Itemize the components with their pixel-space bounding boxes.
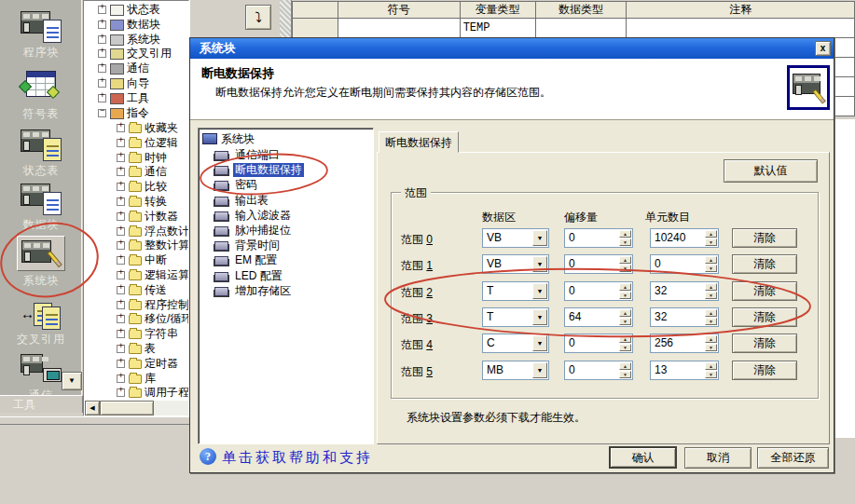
clear-button[interactable]: 清除 xyxy=(732,334,797,353)
sidebar-item-symbol-table[interactable]: 符号表 xyxy=(0,69,82,122)
sidebar-item-program-block[interactable]: 程序块 xyxy=(0,7,82,61)
sidebar-item-status-chart[interactable]: 状态表 xyxy=(0,126,82,179)
chevron-down-icon[interactable]: ▼ xyxy=(532,362,547,378)
expand-plus-icon[interactable] xyxy=(117,183,125,191)
instruction-category[interactable]: 通信 xyxy=(84,165,189,180)
element-count-input[interactable]: 32▲▼ xyxy=(650,281,719,301)
scrollbar-thumb[interactable] xyxy=(100,401,154,415)
expand-plus-icon[interactable] xyxy=(98,6,106,14)
expand-plus-icon[interactable] xyxy=(117,154,125,162)
element-count-input[interactable]: 256▲▼ xyxy=(650,334,719,353)
spinner-buttons[interactable]: ▲▼ xyxy=(705,335,717,351)
data-area-select[interactable]: MB▼ xyxy=(482,361,549,380)
instruction-category[interactable]: 调用子程 xyxy=(84,386,189,401)
instruction-category[interactable]: 定时器 xyxy=(84,357,189,372)
var-type-cell[interactable]: TEMP xyxy=(460,19,535,38)
expand-plus-icon[interactable] xyxy=(98,64,106,73)
instruction-category[interactable]: 表 xyxy=(84,342,189,357)
spinner-buttons[interactable]: ▲▼ xyxy=(705,362,717,378)
dialog-tree-item[interactable]: 增加存储区 xyxy=(199,284,373,299)
expand-plus-icon[interactable] xyxy=(117,139,125,147)
sidebar-item-system-block[interactable]: 系统块 xyxy=(0,236,82,289)
expand-plus-icon[interactable] xyxy=(117,241,125,250)
instruction-category[interactable]: 程序控制 xyxy=(84,298,189,313)
offset-input[interactable]: 0▲▼ xyxy=(564,361,633,380)
expand-plus-icon[interactable] xyxy=(98,49,106,58)
instruction-category[interactable]: 计数器 xyxy=(84,210,189,225)
element-count-input[interactable]: 13▲▼ xyxy=(650,361,719,380)
dialog-tree-item[interactable]: LED 配置 xyxy=(199,269,373,284)
expand-plus-icon[interactable] xyxy=(117,124,125,132)
default-button[interactable]: 默认值 xyxy=(724,159,818,183)
clear-button[interactable]: 清除 xyxy=(732,281,797,301)
instruction-category[interactable]: 浮点数计 xyxy=(84,225,189,239)
restore-all-button[interactable]: 全部还原 xyxy=(757,447,829,469)
chevron-down-icon[interactable]: ▼ xyxy=(532,256,547,272)
close-icon[interactable]: x xyxy=(815,41,831,56)
clear-button[interactable]: 清除 xyxy=(732,307,797,327)
chevron-down-icon[interactable]: ▼ xyxy=(532,230,547,246)
expand-plus-icon[interactable] xyxy=(117,345,125,353)
sidebar-item-data-block[interactable]: 数据块 xyxy=(0,180,82,233)
dialog-tree-listbox[interactable]: 系统块 通信端口 断电数据保持 密码 xyxy=(198,128,374,444)
spinner-buttons[interactable]: ▲▼ xyxy=(619,256,631,272)
scroll-left-arrow[interactable]: ◀ xyxy=(85,401,100,415)
instruction-category[interactable]: 时钟 xyxy=(84,151,189,166)
dialog-tree-item[interactable]: 通信端口 xyxy=(199,148,373,163)
instruction-category[interactable]: 转换 xyxy=(84,195,189,210)
offset-input[interactable]: 0▲▼ xyxy=(564,228,633,248)
expand-plus-icon[interactable] xyxy=(98,35,106,44)
spinner-buttons[interactable]: ▲▼ xyxy=(619,309,631,325)
instruction-category[interactable]: 传送 xyxy=(84,283,189,298)
instruction-category[interactable]: 比较 xyxy=(84,180,189,195)
expand-plus-icon[interactable] xyxy=(117,198,125,206)
clear-button[interactable]: 清除 xyxy=(732,361,797,380)
expand-plus-icon[interactable] xyxy=(117,301,125,309)
dialog-tree-item[interactable]: 密码 xyxy=(199,178,373,193)
expand-plus-icon[interactable] xyxy=(117,360,125,368)
dialog-tree-item[interactable]: 输入滤波器 xyxy=(199,209,373,224)
expand-plus-icon[interactable] xyxy=(117,212,125,221)
tree-item[interactable]: 通信 xyxy=(84,61,189,76)
spinner-buttons[interactable]: ▲▼ xyxy=(705,230,717,246)
spinner-buttons[interactable]: ▲▼ xyxy=(705,256,717,272)
dialog-tree-item[interactable]: 脉冲捕捉位 xyxy=(199,224,373,238)
offset-input[interactable]: 0▲▼ xyxy=(564,334,633,353)
instruction-category[interactable]: 中断 xyxy=(84,253,189,268)
element-count-input[interactable]: 32▲▼ xyxy=(650,307,719,327)
dialog-tree-item[interactable]: 背景时间 xyxy=(199,238,373,253)
dialog-tree-item[interactable]: 断电数据保持 xyxy=(199,163,373,178)
spinner-buttons[interactable]: ▲▼ xyxy=(619,335,631,351)
instruction-category[interactable]: 字符串 xyxy=(84,327,189,342)
tree-item[interactable]: 向导 xyxy=(84,76,189,91)
chevron-down-icon[interactable]: ▼ xyxy=(532,335,547,351)
clear-button[interactable]: 清除 xyxy=(732,228,797,248)
tree-item[interactable]: 状态表 xyxy=(84,3,189,18)
window-splitter[interactable] xyxy=(0,416,189,425)
instruction-category[interactable]: 库 xyxy=(84,372,189,387)
instruction-category[interactable]: 逻辑运算 xyxy=(84,268,189,283)
sidebar-more-button[interactable]: ▼ xyxy=(62,372,82,390)
cancel-button[interactable]: 取消 xyxy=(684,447,752,469)
expand-plus-icon[interactable] xyxy=(117,168,125,176)
tab-retentive-ranges[interactable]: 断电数据保持 xyxy=(379,131,459,153)
dialog-titlebar[interactable]: 系统块 xyxy=(190,38,834,59)
dialog-tree-item[interactable]: 输出表 xyxy=(199,194,373,209)
offset-input[interactable]: 0▲▼ xyxy=(564,254,633,274)
help-icon[interactable]: ? xyxy=(200,448,216,465)
tree-item-instructions[interactable]: 指令 xyxy=(84,106,189,121)
tree-item[interactable]: 交叉引用 xyxy=(84,47,189,61)
spinner-buttons[interactable]: ▲▼ xyxy=(705,309,717,325)
instruction-category[interactable]: 位逻辑 xyxy=(84,136,189,151)
expand-plus-icon[interactable] xyxy=(117,315,125,323)
element-count-input[interactable]: 10240▲▼ xyxy=(650,228,719,248)
dialog-tree-item[interactable]: EM 配置 xyxy=(199,253,373,268)
ok-button[interactable]: 确认 xyxy=(609,446,677,469)
comment-cell[interactable] xyxy=(627,19,855,38)
expand-plus-icon[interactable] xyxy=(117,330,125,338)
jump-arrow-button[interactable]: ⤵ xyxy=(245,5,271,30)
expand-plus-icon[interactable] xyxy=(98,20,106,29)
spinner-buttons[interactable]: ▲▼ xyxy=(619,230,631,246)
offset-input[interactable]: 0▲▼ xyxy=(564,281,633,301)
instruction-category[interactable]: 移位/循环 xyxy=(84,312,189,327)
